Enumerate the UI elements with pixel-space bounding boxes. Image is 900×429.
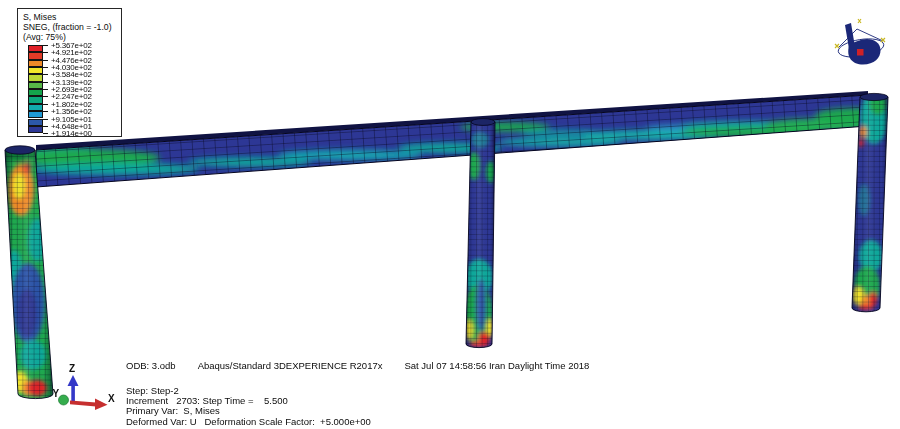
abaqus-viewer-window: Z X Y S, Mises SNEG, (fraction = -1.0) (… [0,0,900,429]
legend-swatch [28,67,43,74]
3dexperience-compass-icon[interactable] [835,19,885,65]
state-block: Step: Step-2 Increment 2703: Step Time =… [126,386,371,427]
legend-swatch [28,45,43,52]
legend-title: S, Mises [23,12,119,22]
odb-name: ODB: 3.odb [126,360,176,371]
orientation-triad: Z X Y [53,363,116,410]
legend-tick [43,89,48,90]
legend-swatch [28,52,43,59]
run-timestamp: Sat Jul 07 14:58:56 Iran Daylight Time 2… [404,360,589,371]
legend-swatch [28,119,43,126]
legend-tick [43,45,48,46]
triad-z-label: Z [69,363,75,374]
legend-tick [43,119,48,120]
legend-swatch [28,126,43,133]
legend-swatch [28,82,43,89]
legend-subtitle: SNEG, (fraction = -1.0) [23,22,119,32]
legend-swatch [28,111,43,118]
legend-tick [43,82,48,83]
odb-title-line: ODB: 3.odb Abaqus/Standard 3DEXPERIENCE … [126,360,589,371]
legend-tick-label: +1.914e+00 [51,129,92,138]
solver-name: Abaqus/Standard 3DEXPERIENCE R2017x [198,360,383,371]
legend-tick [43,67,48,68]
rail-beam-mesh [10,85,895,195]
legend-swatch [28,96,43,103]
legend-color-scale: +5.367e+02+4.921e+02+4.476e+02+4.030e+02… [28,45,119,135]
legend-tick [43,133,48,134]
legend-tick [43,60,48,61]
contour-legend: S, Mises SNEG, (fraction = -1.0) (Avg: 7… [17,8,122,137]
triad-x-label: X [108,393,115,404]
deformed-var-line: Deformed Var: U Deformation Scale Factor… [126,417,371,427]
legend-tick [43,111,48,112]
legend-tick [43,126,48,127]
legend-swatch [28,89,43,96]
legend-tick [43,104,48,105]
legend-tick [43,52,48,53]
legend-swatch [28,74,43,81]
legend-swatch [28,104,43,111]
legend-tick [43,96,48,97]
triad-y-label: Y [53,388,60,399]
legend-swatch [28,60,43,67]
legend-tick [43,74,48,75]
